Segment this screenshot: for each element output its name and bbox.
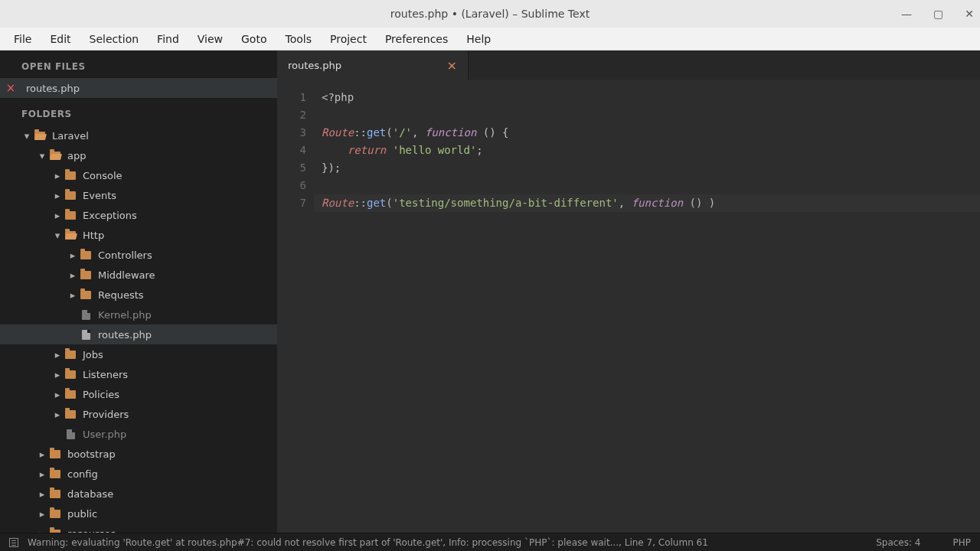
code-line[interactable]: <?php (322, 89, 972, 106)
folder-icon (78, 291, 93, 299)
menu-file[interactable]: File (6, 30, 39, 48)
panel-switcher-icon[interactable] (9, 538, 18, 547)
minimize-button[interactable]: — (901, 8, 912, 20)
folder-icon (78, 251, 93, 259)
line-number: 2 (277, 106, 306, 124)
folder-providers[interactable]: ▸Providers (0, 404, 277, 424)
folder-resources[interactable]: ▸resources (0, 523, 277, 533)
tree-label: Controllers (98, 249, 152, 261)
disclosure-triangle-icon[interactable]: ▸ (37, 468, 47, 480)
tab-close-icon[interactable]: × (447, 58, 457, 73)
disclosure-triangle-icon[interactable]: ▸ (52, 210, 63, 221)
code-line[interactable]: Route::get('/', function () { (322, 124, 972, 142)
window-controls: — ▢ ✕ (901, 0, 974, 28)
tab-routes[interactable]: routes.php × (277, 51, 469, 80)
folder-jobs[interactable]: ▸Jobs (0, 344, 277, 364)
code-area[interactable]: 1234567 <?phpRoute::get('/', function ()… (277, 80, 980, 533)
file-user.php[interactable]: User.php (0, 424, 277, 444)
folder-requests[interactable]: ▸Requests (0, 285, 277, 305)
disclosure-triangle-icon[interactable]: ▸ (37, 508, 47, 520)
menu-edit[interactable]: Edit (42, 30, 78, 48)
disclosure-triangle-icon[interactable]: ▸ (52, 170, 63, 181)
menu-preferences[interactable]: Preferences (377, 30, 456, 48)
folder-exceptions[interactable]: ▸Exceptions (0, 205, 277, 225)
folder-open-icon (63, 231, 78, 240)
menu-find[interactable]: Find (149, 30, 187, 48)
folder-public[interactable]: ▸public (0, 504, 277, 523)
tree-label: Laravel (52, 130, 89, 142)
tree-label: Events (83, 190, 116, 201)
line-number: 5 (277, 159, 306, 177)
tree-label: Http (83, 230, 104, 241)
folder-bootstrap[interactable]: ▸bootstrap (0, 444, 277, 464)
tree-label: Kernel.php (98, 309, 152, 321)
file-routes.php[interactable]: routes.php (0, 324, 277, 344)
file-icon (63, 429, 78, 439)
window-title: routes.php • (Laravel) – Sublime Text (390, 8, 590, 20)
code-line[interactable] (322, 177, 972, 194)
tree-label: Requests (98, 289, 144, 301)
tree-label: database (67, 488, 113, 500)
code-line[interactable]: return 'hello world'; (322, 142, 972, 159)
menu-selection[interactable]: Selection (82, 30, 147, 48)
open-file-name: routes.php (26, 83, 80, 94)
tree-label: bootstrap (67, 448, 116, 460)
folder-open-icon (47, 152, 63, 160)
disclosure-triangle-icon[interactable]: ▸ (52, 190, 63, 201)
disclosure-triangle-icon[interactable]: ▸ (67, 269, 78, 281)
code-line[interactable]: }); (322, 159, 972, 177)
code-line[interactable]: Route::get('testing/something/a-bit-diff… (322, 194, 972, 212)
folder-icon (63, 370, 78, 379)
folder-icon (63, 350, 78, 359)
line-number: 6 (277, 177, 306, 194)
disclosure-triangle-icon[interactable]: ▾ (37, 150, 47, 161)
folder-icon (63, 390, 78, 399)
code-line[interactable] (322, 106, 972, 124)
disclosure-triangle-icon[interactable]: ▸ (52, 349, 63, 360)
folder-icon (63, 171, 78, 180)
disclosure-triangle-icon[interactable]: ▸ (37, 488, 47, 500)
disclosure-triangle-icon[interactable]: ▸ (52, 369, 63, 380)
file-kernel.php[interactable]: Kernel.php (0, 305, 277, 324)
status-message: Warning: evaluating 'Route.get' at route… (28, 537, 708, 548)
folder-http[interactable]: ▾Http (0, 225, 277, 245)
menu-tools[interactable]: Tools (277, 30, 319, 48)
syntax-indicator[interactable]: PHP (953, 537, 972, 548)
folders-heading: FOLDERS (0, 98, 277, 126)
disclosure-triangle-icon[interactable]: ▸ (52, 409, 63, 420)
folder-laravel[interactable]: ▾Laravel (0, 126, 277, 145)
tree-label: Exceptions (83, 210, 137, 221)
folder-icon (47, 490, 63, 498)
indentation-indicator[interactable]: Spaces: 4 (876, 537, 920, 548)
folder-middleware[interactable]: ▸Middleware (0, 265, 277, 285)
folder-console[interactable]: ▸Console (0, 165, 277, 185)
maximize-button[interactable]: ▢ (933, 8, 943, 20)
open-file-row[interactable]: ×routes.php (0, 78, 277, 98)
folder-icon (47, 510, 63, 518)
folder-listeners[interactable]: ▸Listeners (0, 364, 277, 384)
disclosure-triangle-icon[interactable]: ▸ (52, 389, 63, 400)
disclosure-triangle-icon[interactable]: ▾ (52, 230, 63, 241)
menu-project[interactable]: Project (322, 30, 374, 48)
folder-controllers[interactable]: ▸Controllers (0, 245, 277, 265)
code[interactable]: <?phpRoute::get('/', function () { retur… (314, 80, 980, 533)
menu-goto[interactable]: Goto (234, 30, 274, 48)
folder-config[interactable]: ▸config (0, 464, 277, 484)
menu-view[interactable]: View (190, 30, 230, 48)
close-window-button[interactable]: ✕ (965, 8, 974, 20)
tree-label: Providers (83, 409, 129, 420)
folder-icon (63, 410, 78, 419)
folder-policies[interactable]: ▸Policies (0, 384, 277, 404)
tree-label: routes.php (98, 329, 152, 341)
sidebar: OPEN FILES ×routes.php FOLDERS ▾Laravel▾… (0, 51, 277, 533)
tree-label: config (67, 468, 98, 480)
disclosure-triangle-icon[interactable]: ▸ (67, 289, 78, 301)
close-file-icon[interactable]: × (0, 81, 21, 95)
folder-database[interactable]: ▸database (0, 484, 277, 504)
disclosure-triangle-icon[interactable]: ▾ (21, 130, 32, 142)
folder-events[interactable]: ▸Events (0, 185, 277, 205)
menu-help[interactable]: Help (459, 30, 498, 48)
disclosure-triangle-icon[interactable]: ▸ (37, 448, 47, 460)
disclosure-triangle-icon[interactable]: ▸ (67, 249, 78, 261)
folder-app[interactable]: ▾app (0, 145, 277, 165)
